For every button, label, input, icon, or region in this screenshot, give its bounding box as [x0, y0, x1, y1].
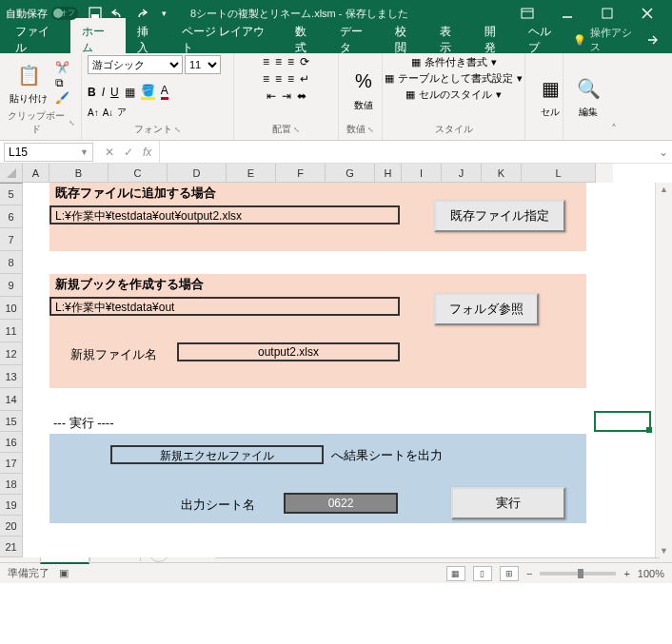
row-header[interactable]: 11 [0, 320, 23, 342]
zoom-out-icon[interactable]: − [526, 568, 532, 579]
align-bot-icon[interactable]: ≡ [287, 55, 294, 68]
column-header[interactable]: E [227, 164, 276, 183]
zoom-in-icon[interactable]: + [623, 568, 629, 579]
tell-me[interactable]: 💡 操作アシス [573, 26, 647, 54]
cell-styles-button[interactable]: ▦セルのスタイル ▾ [405, 88, 502, 102]
cancel-formula-icon[interactable]: ✕ [105, 146, 114, 159]
row-header[interactable]: 21 [0, 537, 23, 557]
font-color-icon[interactable]: A [161, 84, 168, 100]
column-header[interactable]: K [482, 164, 522, 183]
dialog-launcher-icon[interactable]: ⤡ [293, 126, 300, 134]
close-icon[interactable] [628, 2, 666, 25]
row-header[interactable]: 18 [0, 474, 23, 495]
row-header[interactable]: 19 [0, 495, 23, 516]
orientation-icon[interactable]: ⟳ [300, 55, 309, 68]
column-header[interactable]: I [402, 164, 442, 183]
dialog-launcher-icon[interactable]: ⤡ [69, 119, 75, 127]
output-sheet-name-input[interactable]: 0622 [284, 493, 398, 514]
column-header[interactable]: H [375, 164, 402, 183]
zoom-slider[interactable] [540, 572, 616, 576]
browse-folder-button[interactable]: フォルダ参照 [434, 293, 539, 325]
row-header[interactable]: 20 [0, 516, 23, 537]
macro-record-icon[interactable]: ▣ [59, 567, 69, 579]
column-header[interactable]: G [326, 164, 375, 183]
column-header[interactable]: C [109, 164, 168, 183]
column-header[interactable]: J [442, 164, 482, 183]
maximize-icon[interactable] [588, 2, 626, 25]
page-layout-view-icon[interactable]: ▯ [473, 566, 492, 581]
row-header[interactable]: 6 [0, 205, 23, 228]
vertical-scrollbar[interactable]: ▲ ▼ [655, 183, 672, 557]
row-header[interactable]: 9 [0, 274, 23, 297]
indent-inc-icon[interactable]: ⇥ [282, 89, 291, 103]
format-painter-icon[interactable]: 🖌️ [55, 91, 69, 105]
normal-view-icon[interactable]: ▦ [446, 566, 465, 581]
existing-file-path-input[interactable]: L:¥作業中¥testdata¥out¥output2.xlsx [49, 205, 400, 224]
new-filename-input[interactable]: output2.xlsx [177, 342, 400, 361]
font-name-select[interactable]: 游ゴシック [88, 55, 183, 74]
bold-button[interactable]: B [88, 86, 96, 99]
paste-button[interactable]: 📋 貼り付け [6, 58, 51, 107]
align-mid-icon[interactable]: ≡ [275, 55, 282, 68]
execute-button[interactable]: 実行 [451, 487, 565, 519]
row-header[interactable]: 14 [0, 388, 23, 411]
column-header[interactable]: A [23, 164, 49, 183]
expand-formula-bar-icon[interactable]: ⌄ [655, 146, 672, 159]
cut-icon[interactable]: ✂️ [55, 61, 69, 74]
fill-color-icon[interactable]: 🪣 [141, 84, 155, 100]
border-icon[interactable]: ▦ [125, 86, 135, 99]
row-headers[interactable]: 56789101112131415161718192021 [0, 183, 23, 557]
merge-icon[interactable]: ⬌ [297, 89, 306, 103]
column-header[interactable]: F [276, 164, 326, 183]
enter-formula-icon[interactable]: ✓ [124, 146, 133, 159]
dialog-launcher-icon[interactable]: ⤡ [174, 126, 181, 134]
column-header[interactable]: B [49, 164, 109, 183]
column-headers[interactable]: ABCDEFGHIJKL [23, 164, 596, 183]
cells-grid[interactable]: 既存ファイルに追加する場合 L:¥作業中¥testdata¥out¥output… [23, 183, 655, 557]
zoom-value[interactable]: 100% [638, 568, 664, 579]
share-icon[interactable] [646, 33, 672, 47]
row-header[interactable]: 8 [0, 251, 23, 274]
font-decrease-icon[interactable]: A↓ [103, 107, 114, 118]
chevron-down-icon[interactable]: ▼ [80, 147, 89, 157]
scroll-up-icon[interactable]: ▲ [660, 185, 668, 194]
wrap-text-icon[interactable]: ↵ [300, 72, 309, 86]
row-header[interactable]: 17 [0, 453, 23, 474]
column-header[interactable]: D [168, 164, 227, 183]
column-header[interactable]: L [522, 164, 596, 183]
phonetic-icon[interactable]: ア [117, 106, 127, 119]
align-left-icon[interactable]: ≡ [263, 72, 269, 86]
fx-icon[interactable]: fx [143, 146, 151, 159]
align-center-icon[interactable]: ≡ [275, 72, 282, 86]
name-box[interactable]: L15▼ [4, 143, 93, 162]
indent-dec-icon[interactable]: ⇤ [267, 89, 276, 103]
dialog-launcher-icon[interactable]: ⤡ [367, 126, 374, 134]
font-size-select[interactable]: 11 [185, 55, 221, 74]
format-as-table-button[interactable]: ▦テーブルとして書式設定 ▾ [385, 71, 523, 86]
row-header[interactable]: 7 [0, 228, 23, 251]
align-top-icon[interactable]: ≡ [263, 55, 269, 68]
font-increase-icon[interactable]: A↑ [88, 107, 99, 118]
number-format-button[interactable]: % 数値 [345, 65, 383, 114]
row-header[interactable]: 5 [0, 183, 23, 205]
formula-bar[interactable] [159, 141, 655, 163]
scroll-down-icon[interactable]: ▼ [660, 546, 668, 556]
select-all-corner[interactable] [0, 164, 23, 183]
collapse-ribbon-icon[interactable]: ˄ [605, 53, 623, 140]
underline-button[interactable]: U [110, 86, 119, 99]
toggle-icon[interactable] [51, 7, 78, 20]
row-header[interactable]: 10 [0, 297, 23, 320]
folder-path-input[interactable]: L:¥作業中¥testdata¥out [49, 297, 400, 316]
active-cell[interactable] [594, 411, 651, 432]
row-header[interactable]: 15 [0, 411, 23, 432]
row-header[interactable]: 16 [0, 432, 23, 453]
conditional-format-button[interactable]: ▦条件付き書式 ▾ [411, 55, 497, 69]
align-right-icon[interactable]: ≡ [287, 72, 294, 86]
italic-button[interactable]: I [102, 86, 105, 99]
copy-icon[interactable]: ⧉ [55, 76, 69, 89]
page-break-view-icon[interactable]: ⊞ [500, 566, 519, 581]
row-header[interactable]: 13 [0, 365, 23, 388]
editing-button[interactable]: 🔍編集 [569, 71, 607, 121]
row-header[interactable]: 12 [0, 342, 23, 365]
output-target-select[interactable]: 新規エクセルファイル [110, 445, 324, 464]
